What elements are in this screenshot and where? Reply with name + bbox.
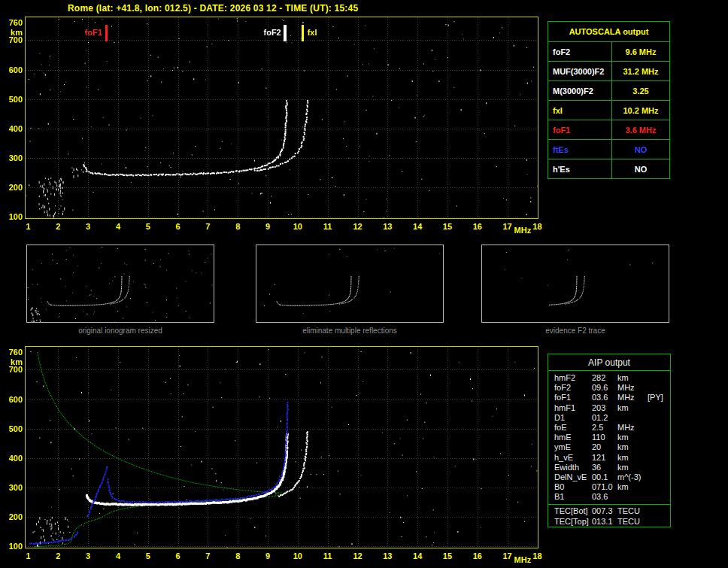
x-tick-label: 5 [141, 222, 156, 231]
x-tick-label: 9 [260, 551, 275, 560]
aip-name: ymE [554, 442, 592, 452]
aip-unit: m^(-3) [617, 472, 648, 482]
aip-value: 00.1 [592, 472, 617, 482]
autoscala-param-label: MUF(3000)F2 [548, 62, 612, 81]
x-tick-label: 17 [500, 551, 515, 560]
aip-value: 007.3 [592, 506, 617, 516]
aip-name: foF2 [554, 383, 592, 393]
bottom-restored-ionogram-plot [25, 346, 538, 548]
foF1-marker-label: foF1 [75, 28, 102, 37]
aip-tec-rows: TEC[Bot]007.3TECUTEC[Top]013.1TECU [548, 504, 670, 526]
thumbnail-caption-eliminate: eliminate multiple reflections [256, 327, 444, 335]
aip-extra [648, 492, 670, 502]
thumbnail-original-ionogram [26, 245, 214, 323]
foF1-marker-line [105, 25, 108, 41]
aip-row: foE2.5MHz [548, 423, 670, 433]
x-tick-label: 2 [50, 222, 65, 231]
autoscala-param-value: 9.6 MHz [612, 42, 670, 62]
autoscala-param-label: ftEs [548, 140, 612, 159]
aip-row: B103.6 [548, 492, 670, 502]
y-tick-label: 760 [2, 348, 23, 357]
aip-extra [648, 482, 670, 492]
x-tick-label: 1 [21, 551, 36, 560]
thumbnail-eliminate-canvas [256, 245, 443, 322]
aip-name: hmF1 [554, 403, 592, 413]
top-ionogram-canvas [26, 17, 538, 218]
autoscala-row: M(3000)F23.25 [548, 81, 670, 101]
x-tick-label: 5 [141, 551, 156, 560]
autoscala-row: h'EsNO [548, 159, 670, 179]
x-tick-label: 14 [410, 551, 425, 560]
top-ionogram-plot: foF1foF2fxI [25, 17, 538, 219]
aip-row: foF209.6MHz [548, 383, 670, 393]
x-tick-label: 12 [350, 551, 366, 560]
x-tick-label: 18 [529, 551, 544, 560]
aip-unit: km [617, 433, 648, 442]
x-tick-label: 7 [200, 551, 215, 560]
aip-value: 03.6 [592, 393, 617, 402]
x-tick-label: 8 [230, 551, 245, 560]
page-title: Rome (lat: +41.8, lon: 012.5) - DATE: 20… [68, 3, 358, 14]
autoscala-param-value: 31.2 MHz [612, 62, 670, 81]
aip-value: 282 [592, 373, 617, 383]
aip-name: hmE [554, 433, 592, 442]
x-tick-label: 1 [21, 222, 36, 231]
autoscala-row: fxI10.2 MHz [548, 101, 670, 120]
autoscala-output-table: AUTOSCALA output foF29.6 MHzMUF(3000)F23… [548, 21, 670, 179]
aip-row: D101.2 [548, 413, 670, 423]
aip-extra [648, 413, 670, 423]
x-tick-label: 15 [440, 551, 455, 560]
x-tick-label: 6 [171, 222, 186, 231]
aip-extra [648, 453, 670, 463]
thumbnail-eliminate-reflections [256, 245, 444, 323]
x-tick-label: 7 [200, 222, 215, 231]
aip-value: 121 [592, 453, 617, 463]
aip-row: hmF1203km [548, 403, 670, 413]
aip-name: foF1 [554, 393, 592, 402]
autoscala-param-value: NO [612, 159, 670, 179]
aip-row: Ewidth36km [548, 463, 670, 472]
aip-extra [648, 472, 670, 482]
x-tick-label: 15 [440, 222, 455, 231]
aip-extra [648, 517, 670, 527]
aip-value: 36 [592, 463, 617, 472]
fxI-marker-line [302, 25, 304, 41]
y-tick-label: 400 [2, 124, 23, 133]
aip-value: 01.2 [592, 413, 617, 423]
y-tick-label: 300 [2, 483, 23, 492]
x-tick-label: 8 [230, 222, 245, 231]
aip-value: 203 [592, 403, 617, 413]
x-tick-label: 16 [470, 222, 485, 231]
aip-unit [617, 492, 648, 502]
x-tick-label: 14 [410, 222, 425, 231]
x-tick-label: 3 [80, 551, 96, 560]
aip-name: DelN_vE [554, 472, 592, 482]
x-axis-unit-label: MHz [514, 226, 532, 235]
y-tick-label: 100 [2, 212, 23, 221]
aip-unit: MHz [617, 383, 648, 393]
autoscala-table-header: AUTOSCALA output [548, 22, 670, 42]
thumbnail-evidence-canvas [482, 245, 669, 322]
aip-value: 110 [592, 433, 617, 442]
aip-extra [648, 423, 670, 433]
aip-extra [648, 463, 670, 472]
aip-unit: km [617, 453, 648, 463]
x-tick-label: 2 [50, 551, 65, 560]
y-tick-label: 500 [2, 95, 23, 104]
x-tick-label: 13 [380, 551, 395, 560]
aip-unit: km [617, 373, 648, 383]
aip-name: D1 [554, 413, 592, 423]
y-tick-label: 600 [2, 395, 23, 404]
aip-row: B0071.0km [548, 482, 670, 492]
aip-name: TEC[Bot] [554, 506, 592, 516]
aip-rows: hmF2282kmfoF209.6MHzfoF103.6MHz[PY]hmF12… [548, 371, 670, 502]
aip-extra [648, 403, 670, 413]
autoscala-param-label: foF1 [548, 120, 612, 140]
thumbnail-original-canvas [27, 245, 214, 322]
aip-unit: km [617, 463, 648, 472]
x-tick-label: 4 [111, 222, 126, 231]
autoscala-row: foF29.6 MHz [548, 42, 670, 62]
aip-value: 20 [592, 442, 617, 452]
aip-extra: [PY] [648, 393, 670, 402]
thumbnail-evidence-f2 [481, 245, 669, 323]
